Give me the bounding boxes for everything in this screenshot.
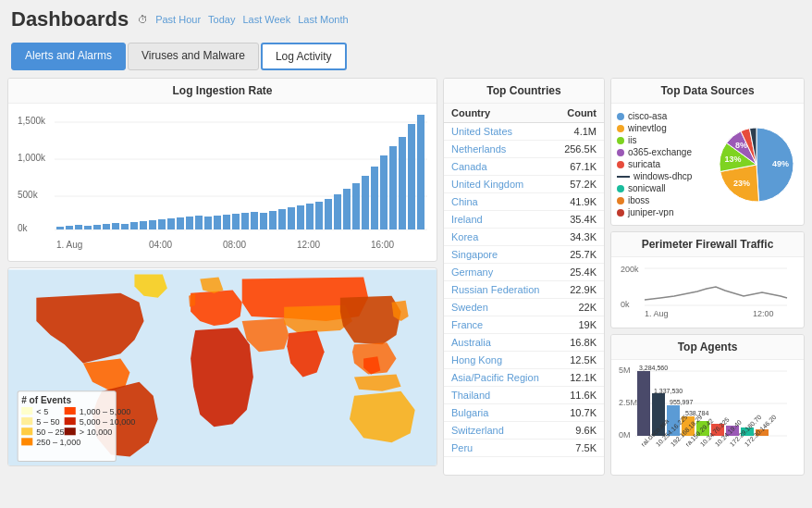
pie-chart-svg: 49%23%13%8% — [715, 123, 798, 206]
country-link[interactable]: Sweden — [451, 302, 488, 313]
tab-log-activity[interactable]: Log Activity — [261, 43, 347, 70]
table-row: Sweden 22K — [444, 299, 604, 316]
time-link-last-month[interactable]: Last Month — [298, 14, 348, 25]
table-row: China 41.9K — [444, 193, 604, 211]
svg-rect-30 — [260, 213, 267, 229]
country-cell: Russian Federation — [444, 281, 554, 299]
svg-text:250 – 1,000: 250 – 1,000 — [36, 438, 80, 447]
svg-text:0k: 0k — [18, 223, 29, 233]
svg-text:50 – 250: 50 – 250 — [36, 427, 68, 437]
svg-text:08:00: 08:00 — [223, 240, 246, 250]
svg-rect-46 — [408, 124, 415, 229]
legend-label: sonicwall — [628, 183, 666, 193]
table-row: Bulgaria 10.7K — [444, 404, 604, 422]
legend-label: iis — [628, 135, 636, 145]
header: Dashboards ⏱ Past Hour Today Last Week L… — [0, 0, 812, 39]
country-link[interactable]: Germany — [451, 266, 493, 278]
legend-dot-icon — [617, 125, 624, 132]
table-row: United Kingdom 57.2K — [444, 176, 604, 193]
country-link[interactable]: Bulgaria — [451, 407, 488, 418]
legend-dot-icon — [617, 209, 624, 217]
country-link[interactable]: Peru — [451, 442, 473, 453]
count-cell: 12.5K — [554, 352, 604, 369]
country-cell: China — [444, 193, 554, 211]
log-ingestion-title: Log Ingestion Rate — [8, 79, 437, 104]
count-cell: 256.5K — [554, 141, 604, 158]
legend-line-icon — [617, 176, 630, 178]
country-link[interactable]: Asia/Pacific Region — [451, 372, 539, 383]
pie-label: 8% — [735, 141, 747, 150]
country-link[interactable]: Thailand — [451, 390, 490, 401]
country-cell: United Kingdom — [444, 176, 554, 193]
country-link[interactable]: China — [451, 196, 478, 207]
country-link[interactable]: United Kingdom — [451, 179, 523, 190]
firewall-chart-svg: 200k 0k 1. Aug 12:00 — [619, 261, 790, 321]
svg-rect-45 — [399, 137, 406, 229]
table-row: Hong Kong 12.5K — [444, 352, 604, 369]
datasources-legend: cisco-asawinevtlogiiso365-exchangesurica… — [617, 109, 709, 219]
tab-viruses-malware[interactable]: Viruses and Malware — [128, 43, 259, 70]
svg-rect-66 — [65, 417, 76, 425]
time-link-today[interactable]: Today — [208, 14, 235, 25]
count-cell: 34.3K — [554, 229, 604, 246]
svg-text:2.5M: 2.5M — [619, 398, 637, 407]
country-cell: Ireland — [444, 211, 554, 229]
country-link[interactable]: Singapore — [451, 249, 498, 260]
count-cell: 19K — [554, 316, 604, 334]
time-link-past-hour[interactable]: Past Hour — [155, 14, 201, 25]
count-cell: 22.9K — [554, 281, 604, 299]
svg-text:1. Aug: 1. Aug — [56, 240, 82, 250]
country-link[interactable]: Switzerland — [451, 425, 504, 436]
countries-table: Country Count United States 4.1M Netherl… — [444, 104, 604, 457]
datasource-legend-item: iis — [617, 135, 709, 145]
svg-rect-9 — [66, 226, 73, 229]
svg-text:> 10,000: > 10,000 — [80, 427, 113, 437]
svg-rect-17 — [140, 221, 147, 229]
country-link[interactable]: France — [451, 319, 483, 330]
legend-label: juniper-vpn — [628, 207, 673, 217]
top-agents-title: Top Agents — [611, 335, 804, 360]
svg-rect-23 — [195, 216, 203, 229]
svg-text:# of Events: # of Events — [21, 395, 71, 405]
svg-rect-18 — [149, 220, 156, 229]
svg-text:1,500k: 1,500k — [18, 116, 46, 126]
time-link-last-week[interactable]: Last Week — [242, 14, 290, 25]
svg-rect-40 — [352, 183, 360, 229]
top-countries-panel: Top Countries Country Count United State… — [443, 78, 605, 476]
count-cell: 11.6K — [554, 387, 604, 404]
country-link[interactable]: Ireland — [451, 214, 483, 225]
legend-label: cisco-asa — [628, 111, 667, 121]
country-cell: Netherlands — [444, 141, 554, 158]
svg-text:5M: 5M — [619, 366, 631, 375]
svg-rect-31 — [269, 211, 277, 229]
table-row: Peru 7.5K — [444, 440, 604, 457]
country-link[interactable]: Canada — [451, 161, 487, 172]
count-cell: 4.1M — [554, 123, 604, 141]
svg-rect-39 — [343, 189, 351, 229]
count-cell: 7.5K — [554, 440, 604, 457]
legend-dot-icon — [617, 149, 624, 156]
agents-chart-svg: 5M 2.5M 0M 3,284,560 1,337,530 955,997 5… — [619, 364, 790, 470]
col-country-header: Country — [444, 104, 554, 123]
count-cell: 67.1K — [554, 158, 604, 176]
country-link[interactable]: Korea — [451, 231, 478, 242]
count-cell: 10.7K — [554, 404, 604, 422]
top-countries-title: Top Countries — [444, 79, 604, 104]
log-chart-area: 1,500k 1,000k 500k 0k — [8, 104, 437, 261]
country-link[interactable]: Russian Federation — [451, 284, 539, 295]
svg-rect-86 — [637, 371, 650, 436]
country-link[interactable]: Netherlands — [451, 143, 506, 155]
svg-rect-36 — [315, 202, 323, 229]
count-cell: 22K — [554, 299, 604, 316]
count-cell: 16.8K — [554, 334, 604, 352]
country-link[interactable]: Hong Kong — [451, 354, 502, 366]
table-row: Asia/Pacific Region 12.1K — [444, 369, 604, 387]
svg-text:0k: 0k — [621, 300, 630, 309]
svg-rect-8 — [56, 227, 64, 229]
country-link[interactable]: United States — [451, 126, 512, 137]
tab-alerts-alarms[interactable]: Alerts and Alarms — [11, 43, 126, 70]
country-cell: Switzerland — [444, 422, 554, 440]
count-cell: 41.9K — [554, 193, 604, 211]
legend-dot-icon — [617, 113, 624, 120]
country-link[interactable]: Australia — [451, 337, 491, 348]
